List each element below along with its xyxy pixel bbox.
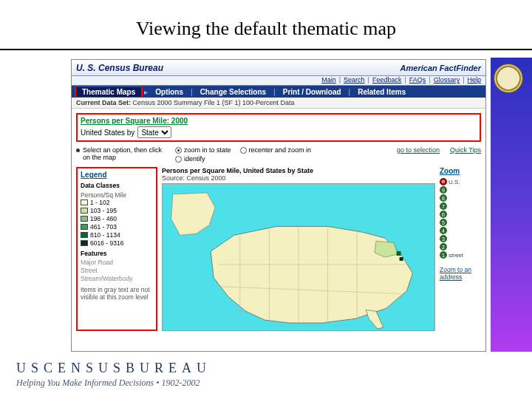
radio-recenter[interactable] xyxy=(240,147,247,154)
product-name: American FactFinder xyxy=(400,64,481,72)
zoom-step[interactable]: 6 xyxy=(440,211,447,218)
features-heading: Features xyxy=(81,250,153,257)
map-action-radios: zoom in to state identify xyxy=(175,146,231,163)
tab-change-selections[interactable]: Change Selections xyxy=(194,87,272,97)
legend-title: Legend xyxy=(81,171,153,179)
theme-selection-highlight: Persons per Square Mile: 2000 United Sta… xyxy=(76,113,481,142)
options-row: Select an option, then click on the map … xyxy=(72,143,485,167)
footer-tagline: Helping You Make Informed Decisions • 19… xyxy=(16,378,211,389)
quick-tips-link[interactable]: Quick Tips xyxy=(450,146,481,154)
legend-swatch xyxy=(81,240,88,246)
legend-range: 461 - 703 xyxy=(90,223,117,231)
legend-range: 6016 - 9316 xyxy=(90,239,123,247)
thematic-map[interactable] xyxy=(162,183,435,331)
tab-print-download[interactable]: Print / Download xyxy=(277,87,347,97)
legend-swatch xyxy=(81,232,88,238)
zoom-step[interactable]: 4 xyxy=(440,227,447,234)
map-title: Persons per Square Mile, United States b… xyxy=(162,167,435,182)
tab-thematic-maps[interactable]: Thematic Maps xyxy=(76,87,141,97)
zoom-dot-icon: 7 xyxy=(440,202,447,210)
zoom-step[interactable]: 3 xyxy=(440,235,447,242)
legend-class-row: 1 - 102 xyxy=(81,199,153,206)
zoom-dot-icon: 4 xyxy=(440,227,447,234)
nav-glossary[interactable]: Glossary xyxy=(434,76,460,83)
legend-feature: Street xyxy=(81,267,153,274)
legend-class-row: 196 - 460 xyxy=(81,215,153,222)
nav-main[interactable]: Main xyxy=(321,76,336,83)
legend-class-row: 103 - 195 xyxy=(81,207,153,214)
bullet-icon xyxy=(76,149,80,152)
slide-footer: USCENSUSBUREAU Helping You Make Informed… xyxy=(16,361,211,389)
zoom-step[interactable]: 5 xyxy=(440,219,447,226)
svg-rect-9 xyxy=(400,257,403,261)
data-classes-heading: Data Classes xyxy=(81,182,153,189)
legend-swatch xyxy=(81,200,88,205)
zoom-dot-icon: 8 xyxy=(440,194,447,202)
dataset-value: Census 2000 Summary File 1 (SF 1) 100-Pe… xyxy=(133,99,295,106)
legend-class-row: 810 - 1134 xyxy=(81,231,153,239)
top-utility-nav: Main| Search| Feedback| FAQs| Glossary| … xyxy=(72,76,485,86)
nav-help[interactable]: Help xyxy=(467,76,481,83)
zoom-panel: Zoom ⊕U.S.987654321street Zoom to an add… xyxy=(440,167,481,331)
tab-bar: Thematic Maps ▸ Options | Change Selecti… xyxy=(72,86,485,98)
legend-swatch xyxy=(81,216,88,222)
zoom-dot-icon: 6 xyxy=(440,211,447,218)
data-classes-unit: Persons/Sq Mile xyxy=(81,191,153,199)
radio-identify[interactable] xyxy=(175,156,182,163)
legend-class-row: 6016 - 9316 xyxy=(81,239,153,247)
zoom-dot-icon: 3 xyxy=(440,235,447,242)
tab-options[interactable]: Options xyxy=(149,87,189,97)
zoom-dot-icon: 2 xyxy=(440,243,447,250)
legend-feature: Stream/Waterbody xyxy=(81,275,153,282)
zoom-step[interactable]: 8 xyxy=(440,194,447,202)
options-hint: Select an option, then click on the map xyxy=(83,146,166,161)
nav-faqs[interactable]: FAQs xyxy=(409,76,426,83)
geo-label: United States by xyxy=(81,129,134,137)
go-to-selection-link[interactable]: go to selection xyxy=(397,146,440,154)
dataset-label: Current Data Set: xyxy=(76,99,131,106)
map-source: Source: Census 2000 xyxy=(162,174,226,182)
zoom-to-address-link[interactable]: Zoom to an address xyxy=(440,266,481,281)
svg-rect-8 xyxy=(397,251,401,256)
geo-select[interactable]: State xyxy=(137,126,171,138)
zoom-dot-icon: 9 xyxy=(440,186,447,194)
legend-panel-highlight: Legend Data Classes Persons/Sq Mile 1 - … xyxy=(76,167,157,331)
radio-zoom-in[interactable] xyxy=(175,147,182,154)
zoom-step[interactable]: ⊕U.S. xyxy=(440,178,460,185)
us-map-icon xyxy=(163,184,434,330)
zoom-dot-icon: ⊕ xyxy=(440,178,447,185)
zoom-step[interactable]: 7 xyxy=(440,202,447,210)
zoom-dot-icon: 1 xyxy=(440,251,447,259)
site-brand: U. S. Census Bureau xyxy=(76,63,163,73)
footer-brand: USCENSUSBUREAU xyxy=(16,361,211,376)
main-content-row: Legend Data Classes Persons/Sq Mile 1 - … xyxy=(72,167,485,331)
site-header: U. S. Census Bureau American FactFinder xyxy=(72,60,485,76)
zoom-title: Zoom xyxy=(440,167,481,175)
legend-note: Items in gray text are not visible at th… xyxy=(81,287,153,301)
legend-swatch xyxy=(81,208,88,214)
legend-range: 196 - 460 xyxy=(90,215,117,222)
decorative-gradient-bar xyxy=(491,58,532,352)
active-tab-highlight: Thematic Maps xyxy=(75,86,143,98)
factfinder-screenshot: U. S. Census Bureau American FactFinder … xyxy=(71,59,486,352)
nav-search[interactable]: Search xyxy=(344,76,365,83)
tab-related-items[interactable]: Related Items xyxy=(352,87,412,97)
legend-feature: Major Road xyxy=(81,259,153,266)
legend-class-row: 461 - 703 xyxy=(81,223,153,231)
slide-title: Viewing the default thematic map xyxy=(0,0,532,49)
legend-range: 1 - 102 xyxy=(90,199,109,206)
zoom-dot-icon: 5 xyxy=(440,219,447,226)
census-seal-icon xyxy=(494,64,523,93)
legend-swatch xyxy=(81,224,88,230)
legend-range: 103 - 195 xyxy=(90,207,117,214)
theme-title-link[interactable]: Persons per Square Mile: 2000 xyxy=(81,117,188,125)
zoom-step[interactable]: 2 xyxy=(440,243,447,250)
dataset-row: Current Data Set: Census 2000 Summary Fi… xyxy=(72,98,485,109)
zoom-step[interactable]: 1street xyxy=(440,251,463,259)
title-rule xyxy=(0,49,532,50)
zoom-step[interactable]: 9 xyxy=(440,186,447,194)
nav-feedback[interactable]: Feedback xyxy=(372,76,402,83)
legend-range: 810 - 1134 xyxy=(90,231,120,239)
